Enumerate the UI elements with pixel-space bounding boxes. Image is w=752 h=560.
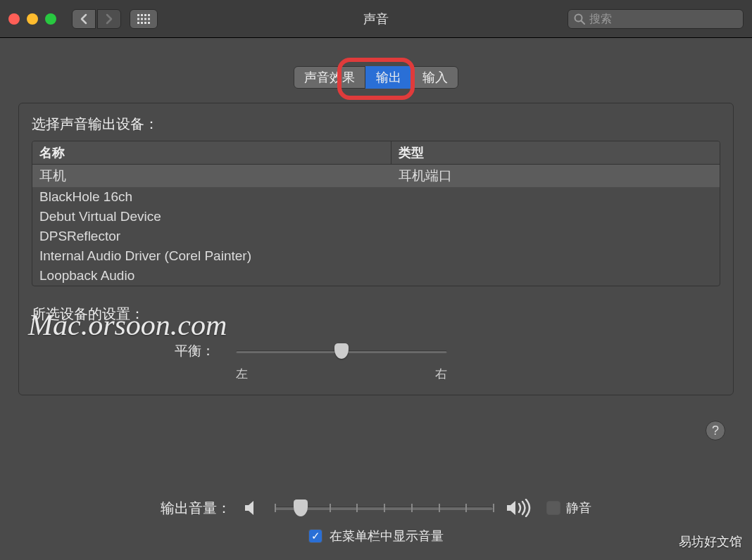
- device-name: BlackHole 16ch: [39, 189, 399, 205]
- device-type: [399, 209, 713, 224]
- device-row[interactable]: BlackHole 16ch: [32, 187, 720, 207]
- balance-label: 平衡：: [173, 342, 215, 360]
- volume-tick: [330, 504, 331, 512]
- select-device-heading: 选择声音输出设备：: [32, 115, 720, 134]
- mute-label: 静音: [566, 499, 591, 516]
- forward-button[interactable]: [97, 9, 121, 29]
- device-type: [399, 248, 713, 264]
- svg-rect-6: [144, 18, 146, 20]
- svg-rect-7: [148, 18, 150, 20]
- svg-rect-4: [137, 18, 139, 20]
- device-table-body: 耳机耳机端口BlackHole 16chDebut Virtual Device…: [32, 165, 720, 286]
- titlebar: 声音: [0, 0, 752, 38]
- device-row[interactable]: 耳机耳机端口: [32, 165, 720, 187]
- volume-tick: [384, 504, 385, 512]
- svg-line-13: [582, 20, 585, 24]
- device-table: 名称 类型 耳机耳机端口BlackHole 16chDebut Virtual …: [32, 141, 720, 286]
- window-controls: [8, 13, 56, 25]
- help-button[interactable]: ?: [706, 421, 725, 440]
- search-icon: [574, 13, 585, 25]
- back-button[interactable]: [72, 9, 96, 29]
- show-menubar-volume-checkbox[interactable]: ✓: [308, 529, 322, 543]
- volume-tick: [275, 504, 276, 512]
- output-volume-slider[interactable]: [275, 498, 493, 518]
- device-name: 耳机: [39, 167, 399, 185]
- chevron-right-icon: [105, 13, 113, 25]
- volume-tick: [439, 504, 440, 512]
- search-field[interactable]: [568, 9, 744, 29]
- corner-watermark: 易坊好文馆: [679, 533, 742, 550]
- volume-tick: [465, 504, 467, 512]
- tab-output[interactable]: 输出: [365, 66, 412, 89]
- menubar-volume-row: ✓ 在菜单栏中显示音量: [308, 528, 444, 545]
- svg-rect-11: [148, 22, 150, 24]
- output-volume-label: 输出音量：: [161, 499, 231, 518]
- grid-icon: [137, 14, 150, 24]
- svg-rect-2: [144, 14, 146, 16]
- device-row[interactable]: Debut Virtual Device: [32, 207, 720, 227]
- mute-checkbox[interactable]: [546, 501, 560, 515]
- zoom-window-button[interactable]: [45, 13, 56, 25]
- balance-slider[interactable]: [236, 341, 447, 362]
- device-name: DPSReflector: [39, 229, 399, 244]
- show-all-button[interactable]: [130, 9, 158, 29]
- svg-rect-1: [141, 14, 143, 16]
- device-table-header: 名称 类型: [32, 141, 720, 165]
- svg-rect-0: [137, 14, 139, 16]
- svg-rect-3: [148, 14, 150, 16]
- device-row[interactable]: Loopback Audio: [32, 266, 720, 286]
- svg-rect-5: [141, 18, 143, 20]
- tab-sound-effects[interactable]: 声音效果: [294, 66, 365, 89]
- tab-bar: 声音效果 输出 输入: [14, 66, 738, 89]
- footer: 输出音量：: [0, 498, 752, 545]
- mute-checkbox-row: 静音: [546, 499, 591, 516]
- output-volume-row: 输出音量：: [161, 498, 591, 518]
- device-name: Loopback Audio: [39, 268, 399, 284]
- device-name: Debut Virtual Device: [39, 209, 399, 224]
- device-type: 耳机端口: [399, 167, 713, 185]
- device-row[interactable]: DPSReflector: [32, 227, 720, 246]
- window-body: 声音效果 输出 输入 选择声音输出设备： 名称 类型 耳机耳机端口BlackHo…: [0, 38, 752, 560]
- volume-thumb[interactable]: [294, 499, 308, 516]
- device-type: [399, 189, 713, 205]
- balance-endpoints: 左 右: [236, 366, 447, 382]
- device-name: Internal Audio Driver (Corel Painter): [39, 248, 399, 264]
- output-panel: 选择声音输出设备： 名称 类型 耳机耳机端口BlackHole 16chDebu…: [18, 103, 734, 395]
- column-type[interactable]: 类型: [391, 141, 720, 164]
- balance-thumb[interactable]: [334, 343, 349, 359]
- volume-tick: [356, 504, 358, 512]
- device-type: [399, 229, 713, 244]
- search-input[interactable]: [589, 13, 737, 25]
- balance-left-label: 左: [236, 366, 248, 382]
- minimize-window-button[interactable]: [27, 13, 38, 25]
- device-type: [399, 268, 713, 284]
- device-settings-heading: 所选设备的设置：: [32, 305, 720, 324]
- speaker-high-icon: [506, 499, 534, 517]
- help-icon: ?: [712, 424, 719, 438]
- close-window-button[interactable]: [8, 13, 20, 25]
- chevron-left-icon: [80, 13, 88, 25]
- column-name[interactable]: 名称: [32, 141, 391, 164]
- check-icon: ✓: [311, 530, 320, 542]
- volume-tick: [411, 504, 413, 512]
- device-row[interactable]: Internal Audio Driver (Corel Painter): [32, 246, 720, 266]
- balance-right-label: 右: [435, 366, 447, 382]
- svg-rect-8: [137, 22, 139, 24]
- balance-row: 平衡：: [173, 341, 720, 362]
- menubar-volume-label: 在菜单栏中显示音量: [330, 528, 444, 545]
- svg-rect-9: [141, 22, 143, 24]
- volume-tick: [493, 504, 494, 512]
- nav-buttons: [72, 9, 121, 29]
- speaker-low-icon: [244, 499, 262, 516]
- tab-input[interactable]: 输入: [412, 66, 458, 89]
- svg-rect-10: [144, 22, 146, 24]
